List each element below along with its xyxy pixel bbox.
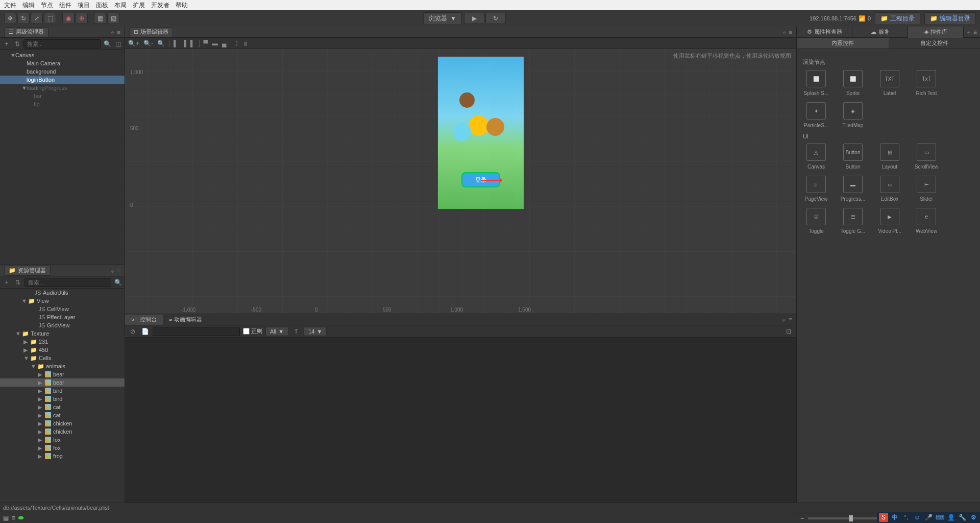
menu-item[interactable]: 节点 xyxy=(41,1,53,10)
tree-item[interactable]: ▼Canvas xyxy=(0,51,125,59)
move-tool[interactable]: ✥ xyxy=(4,13,16,24)
control-webview[interactable]: eWebView xyxy=(913,208,940,234)
inspector-tab[interactable]: ⚙ 属性检查器 xyxy=(797,27,852,38)
align-mid-icon[interactable]: ▬ xyxy=(212,40,218,47)
control-canvas[interactable]: △Canvas xyxy=(803,144,829,170)
scene-canvas[interactable]: 使用鼠标右键平移视窗焦点，使用滚轮缩放视图 1,000 500 0 -1,000… xyxy=(125,49,796,314)
hierarchy-tree[interactable]: ▼CanvasMain CamerabackgroundloginButton▼… xyxy=(0,50,125,265)
rect-tool[interactable]: ⬚ xyxy=(44,13,56,24)
terminal-icon[interactable]: ▤ xyxy=(3,514,9,521)
copy-console-button[interactable]: 📄 xyxy=(140,327,150,336)
tree-item[interactable]: background xyxy=(0,67,125,76)
tree-item[interactable]: Main Camera xyxy=(0,59,125,67)
asset-item[interactable]: ▶frog xyxy=(0,452,125,460)
menu-icon[interactable]: ≡ xyxy=(973,29,977,36)
align-top-icon[interactable]: ▀ xyxy=(204,40,208,47)
hierarchy-search[interactable] xyxy=(23,39,101,49)
menu-icon[interactable]: ≡ xyxy=(117,268,120,274)
assets-search[interactable] xyxy=(24,278,111,287)
search-icon[interactable]: 🔍 xyxy=(113,278,122,287)
game-preview[interactable]: 登录 xyxy=(437,56,524,209)
menu-item[interactable]: 开发者 xyxy=(151,1,169,10)
asset-item[interactable]: ▶📁231 xyxy=(0,338,125,346)
keyboard-icon[interactable]: ⌨ xyxy=(935,513,944,522)
menu-item[interactable]: 布局 xyxy=(114,1,127,10)
popout-icon[interactable]: ⟐ xyxy=(967,29,970,36)
console-filter-input[interactable] xyxy=(153,327,240,336)
regex-checkbox[interactable]: 正则 xyxy=(243,327,262,335)
emoji-icon[interactable]: ☺ xyxy=(913,513,922,522)
asset-item[interactable]: ▼📁animals xyxy=(0,362,125,370)
builtin-controls-tab[interactable]: 内置控件 xyxy=(797,38,889,49)
user-icon[interactable]: 👤 xyxy=(946,513,955,522)
align-tool[interactable]: ▦ xyxy=(94,13,106,24)
asset-item[interactable]: ▶bear xyxy=(0,378,125,387)
menu-item[interactable]: 面板 xyxy=(96,1,108,10)
asset-item[interactable]: JSEffectLayer xyxy=(0,313,125,321)
play-button[interactable]: ▶ xyxy=(464,13,484,24)
control-button[interactable]: ButtonButton xyxy=(840,144,866,170)
rotate-tool[interactable]: ↻ xyxy=(17,13,30,24)
asset-item[interactable]: ▼📁Cells xyxy=(0,354,125,362)
asset-item[interactable]: JSAudioUtils xyxy=(0,289,125,297)
asset-item[interactable]: JSCellView xyxy=(0,305,125,313)
control-layout[interactable]: ⊞Layout xyxy=(876,144,903,170)
tool-icon[interactable]: 🔧 xyxy=(958,513,967,522)
align-left-icon[interactable]: ▌ xyxy=(174,40,178,47)
lang-icon[interactable]: 中 xyxy=(890,513,899,522)
asset-item[interactable]: ▶bird xyxy=(0,387,125,395)
controls-tab[interactable]: ◈ 控件库 xyxy=(908,27,964,38)
control-sprite[interactable]: ⬜Sprite xyxy=(840,70,866,96)
anchor-tool[interactable]: ◉ xyxy=(62,13,75,24)
console-level-select[interactable]: All▼ xyxy=(265,327,288,336)
scene-tab[interactable]: ⊞ 场景编辑器 xyxy=(129,27,173,37)
control-slider[interactable]: ⊢Slider xyxy=(913,176,940,202)
refresh-button[interactable]: ↻ xyxy=(485,13,506,24)
menu-item[interactable]: 编辑 xyxy=(22,1,35,10)
control-progress[interactable]: ▬Progress... xyxy=(840,176,866,202)
popout-icon[interactable]: ⟐ xyxy=(111,268,114,274)
asset-item[interactable]: ▼📁Texture xyxy=(0,329,125,338)
control-toggle[interactable]: ☑Toggle xyxy=(803,208,829,234)
zoom-out-icon[interactable]: 🔍- xyxy=(143,40,153,47)
asset-item[interactable]: ▶bird xyxy=(0,395,125,403)
sort-button[interactable]: ⇅ xyxy=(13,278,22,287)
menu-item[interactable]: 组件 xyxy=(59,1,71,10)
console-fontsize-select[interactable]: 14▼ xyxy=(304,327,327,336)
distribute-h-icon[interactable]: ⫿ xyxy=(235,40,238,47)
distribute-tool[interactable]: ▧ xyxy=(107,13,119,24)
asset-item[interactable]: JSGridView xyxy=(0,321,125,329)
punct-icon[interactable]: °, xyxy=(901,513,911,522)
sort-button[interactable]: ⇅ xyxy=(13,39,21,49)
assets-tree[interactable]: JSAudioUtils▼📁ViewJSCellViewJSEffectLaye… xyxy=(0,289,125,503)
align-center-icon[interactable]: ▐ xyxy=(182,40,187,47)
hierarchy-tab[interactable]: ☰ 层级管理器 xyxy=(4,27,48,37)
preview-dropdown[interactable]: 浏览器▼ xyxy=(423,12,462,25)
control-label[interactable]: TXTLabel xyxy=(876,70,903,96)
control-tiledmap[interactable]: ◈TiledMap xyxy=(840,102,866,128)
settings-icon[interactable]: ⚙ xyxy=(969,513,978,522)
control-pageview[interactable]: ⫼PageView xyxy=(803,176,829,202)
menu-item[interactable]: 帮助 xyxy=(176,1,188,10)
login-button-preview[interactable]: 登录 xyxy=(461,172,500,187)
project-dir-button[interactable]: 📁 工程目录 xyxy=(875,12,920,25)
zoom-out-icon[interactable]: − xyxy=(800,515,804,522)
tree-item[interactable]: tip xyxy=(0,100,125,108)
control-scrollview[interactable]: ▭ScrollView xyxy=(913,144,940,170)
add-node-button[interactable]: + xyxy=(2,39,11,49)
zoom-fit-icon[interactable]: 🔍 xyxy=(157,40,165,47)
asset-item[interactable]: ▶fox xyxy=(0,436,125,444)
log-icon[interactable]: ≡ xyxy=(12,514,15,521)
asset-item[interactable]: ▶fox xyxy=(0,444,125,452)
tree-item[interactable]: bar xyxy=(0,92,125,100)
asset-item[interactable]: ▶cat xyxy=(0,411,125,419)
popout-icon[interactable]: ⟐ xyxy=(782,29,786,35)
menu-item[interactable]: 扩展 xyxy=(133,1,145,10)
asset-item[interactable]: ▶📁450 xyxy=(0,346,125,354)
local-tool[interactable]: ⊕ xyxy=(76,13,88,24)
align-bot-icon[interactable]: ▄ xyxy=(222,40,227,47)
asset-item[interactable]: ▼📁View xyxy=(0,297,125,305)
zoom-in-icon[interactable]: 🔍+ xyxy=(128,40,139,47)
custom-controls-tab[interactable]: 自定义控件 xyxy=(889,38,981,49)
collapse-icon[interactable]: ◫ xyxy=(114,39,122,49)
